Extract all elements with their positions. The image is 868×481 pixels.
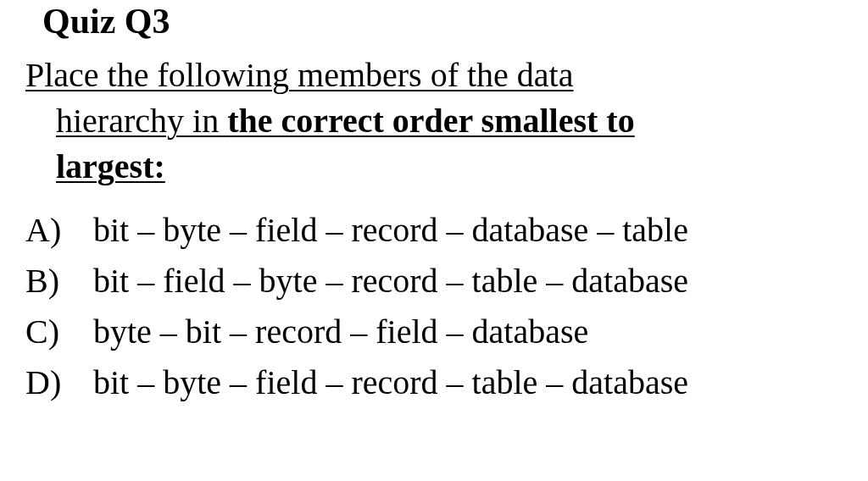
- prompt-line-2-bold: the correct order smallest to: [227, 102, 635, 140]
- prompt-line-1: Place the following members of the data: [25, 56, 573, 94]
- quiz-heading: Quiz Q3: [42, 0, 851, 42]
- option-label: C): [25, 307, 93, 357]
- option-b: B) bit – field – byte – record – table –…: [25, 256, 851, 307]
- option-text: bit – byte – field – record – table – da…: [93, 357, 851, 408]
- option-d: D) bit – byte – field – record – table –…: [25, 357, 851, 408]
- option-text: bit – field – byte – record – table – da…: [93, 256, 851, 307]
- prompt-line-3: largest:: [56, 144, 851, 190]
- option-text: byte – bit – record – field – database: [93, 307, 851, 357]
- question-prompt: Place the following members of the data …: [25, 53, 851, 190]
- options-list: A) bit – byte – field – record – databas…: [25, 205, 851, 408]
- option-label: D): [25, 357, 93, 408]
- prompt-line-2: hierarchy in the correct order smallest …: [56, 98, 851, 144]
- prompt-line-2-pre: hierarchy in: [56, 102, 227, 140]
- option-c: C) byte – bit – record – field – databas…: [25, 307, 851, 357]
- option-label: A): [25, 205, 93, 256]
- option-text: bit – byte – field – record – database –…: [93, 205, 851, 256]
- option-a: A) bit – byte – field – record – databas…: [25, 205, 851, 256]
- option-label: B): [25, 256, 93, 307]
